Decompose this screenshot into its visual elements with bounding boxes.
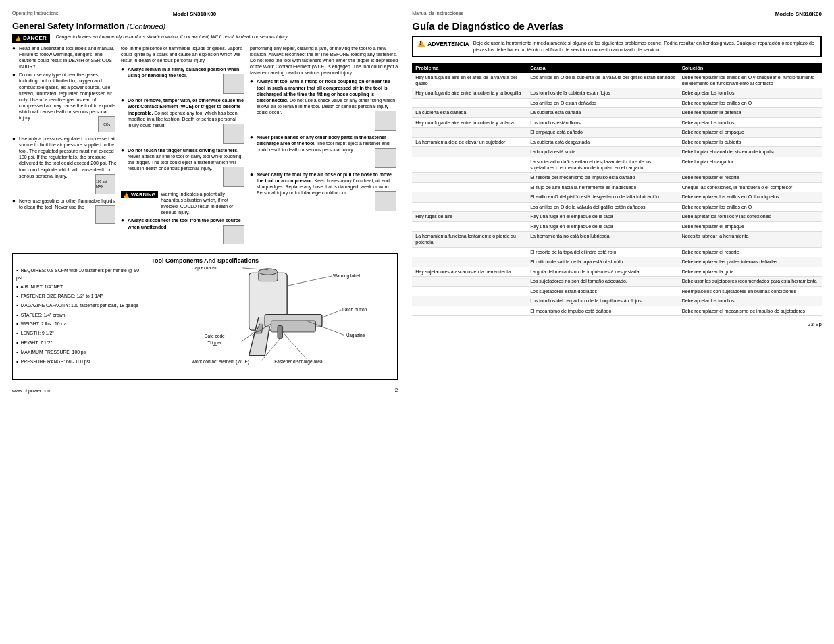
cause-cell: Hay una fuga en el empaque de la tapa [527, 212, 679, 221]
table-row: Los tornillos del cargador o de la boqui… [412, 296, 822, 306]
svg-line-12 [283, 331, 307, 358]
danger-label: ! DANGER [12, 34, 50, 43]
solution-cell: Debe apretar los tornillos y las conexio… [679, 212, 822, 221]
solution-cell: Debe reemplazar el mecanismo de impulso … [679, 306, 822, 315]
bullet-item: ● Read and understand tool labels and ma… [12, 45, 117, 70]
table-row: Hay una fuga de aire entre la cubierta y… [412, 117, 822, 127]
table-row: El orificio de salida de la tapa está ob… [412, 257, 822, 267]
warning-label-text: Warning label [333, 273, 361, 279]
warning-label: ! WARNING [121, 191, 158, 198]
col-solucion: Solución [679, 63, 822, 73]
bullet-item: ● Always remain in a firmly balanced pos… [121, 66, 246, 95]
header-row: Problema Causa Solución [412, 63, 822, 73]
right-header-label: Manual de Instrucciones [412, 11, 463, 17]
continued-label: (Continued) [127, 22, 165, 30]
table-row: Hay una fuga de aire en el área de la vá… [412, 73, 822, 88]
table-row: Hay fugas de aireHay una fuga en el empa… [412, 212, 822, 221]
cause-cell: El anillo en O del pistón está desgastad… [527, 192, 679, 202]
cause-cell: Los tornillos de la cubierta están flojo… [527, 88, 679, 98]
section-title: General Safety Information (Continued) [12, 21, 398, 31]
cause-cell: El resorte de la tapa del cilindro está … [527, 247, 679, 257]
col2-b3-bold: Do not touch the trigger unless driving … [128, 148, 238, 153]
bullet-item: ● Always fit tool with a fitting or hose… [250, 78, 398, 132]
tool-svg: Cap exhaust Warning label Latch button D… [149, 267, 394, 375]
cause-cell: La suciedad o daños evitan el desplazami… [527, 157, 679, 173]
warning-block: ! WARNING Warning indicates a potentiall… [121, 191, 246, 215]
solution-cell: Debe reemplazar la cubierta [679, 137, 822, 146]
left-page-header: Operating Instructions Model SN318K00 [12, 11, 398, 17]
cause-cell: El flujo de aire hacia la herramienta es… [527, 182, 679, 192]
solution-cell: Debe limpiar el canal del sistema de imp… [679, 147, 822, 157]
spec-pressure-range: • PRESSURE RANGE: 60 - 100 psi [16, 358, 145, 367]
table-row: La herramienta deja de clavar un sujetad… [412, 137, 822, 146]
table-body: Hay una fuga de aire en el área de la vá… [412, 73, 822, 316]
warning-text: Warning indicates a potentially hazardou… [161, 191, 246, 215]
left-operating-instructions: Operating Instructions [12, 11, 58, 16]
balanced-position-icon [223, 74, 244, 94]
col2-intro: tool in the presence of flammable liquid… [121, 45, 246, 63]
fastener-discharge-label: Fastener discharge area [274, 359, 323, 365]
cause-cell: La herramienta no está bien lubricada [527, 232, 679, 248]
cause-cell: La boquilla está sucia [527, 147, 679, 157]
solution-cell: Debe reemplazar el empaque [679, 128, 822, 137]
cause-cell: El empaque está dañado [527, 128, 679, 137]
bullet-item: ● Do not touch the trigger unless drivin… [121, 147, 246, 188]
solution-cell: Debe apretar los tornillos [679, 296, 822, 306]
tool-specs-box: Tool Components And Specifications • REQ… [12, 253, 398, 380]
spec-air-inlet: • AIR INLET: 1/4" NPT [16, 283, 145, 292]
cause-cell: La cubierta está desgastada [527, 137, 679, 146]
table-header: Problema Causa Solución [412, 63, 822, 73]
specs-content: • REQUIRES: 0.8 SCFM with 10 fasteners p… [16, 267, 394, 376]
date-code-label: Date code [205, 333, 225, 338]
solution-cell: Debe reemplazar el resorte [679, 247, 822, 257]
table-row: La herramienta funciona lentamente o pie… [412, 232, 822, 248]
fitting-icon [375, 111, 396, 131]
solution-cell: Debe reemplazar los anillos en O. Lubríq… [679, 192, 822, 202]
advertencia-label: ! ADVERTENCIA [417, 40, 469, 47]
main-content: ● Read and understand tool labels and ma… [12, 45, 398, 248]
table-row: Los sujetadores están dobladosReemplácel… [412, 286, 822, 296]
problem-cell [412, 257, 527, 267]
spec-weight: • WEIGHT: 2 lbs., 10 oz. [16, 320, 145, 329]
bullet-item: ● Never use gasoline or other flammable … [12, 198, 117, 225]
table-row: El mecanismo de impulso está dañadoDebe … [412, 306, 822, 315]
problem-cell [412, 157, 527, 173]
advertencia-box: ! ADVERTENCIA Deje de usar la herramient… [412, 36, 822, 57]
problem-cell: Hay una fuga de aire en el área de la vá… [412, 73, 527, 88]
right-page-header: Manual de Instrucciones Modelo SN318K00 [412, 11, 822, 17]
spec-fastener: • FASTENER SIZE RANGE: 1/2" to 1 1/4" [16, 292, 145, 301]
svg-line-8 [322, 310, 341, 317]
problem-cell: La herramienta funciona lentamente o pie… [412, 232, 527, 248]
solution-cell: Debe reemplazar la defensa [679, 108, 822, 117]
trigger-icon [223, 167, 244, 187]
col-problema: Problema [412, 63, 527, 73]
guia-title: Guía de Diagnóstico de Averías [412, 20, 822, 32]
table-row: La boquilla está suciaDebe limpiar el ca… [412, 147, 822, 157]
col1: ● Read and understand tool labels and ma… [12, 45, 117, 248]
disconnect-icon [223, 225, 244, 244]
danger-block: ! DANGER Danger indicates an imminently … [12, 34, 398, 43]
specs-title: Tool Components And Specifications [16, 257, 394, 264]
table-row: Hay sujetadores atascados en la herramie… [412, 267, 822, 276]
cause-cell: El resorte del mecanismo de impulso está… [527, 173, 679, 182]
cause-cell: Los anillos en O están dañados [527, 98, 679, 107]
solution-cell: Debe reemplazar el resorte [679, 173, 822, 182]
spec-staples: • STAPLES: 1/4" crown [16, 311, 145, 320]
table-row: El resorte del mecanismo de impulso está… [412, 173, 822, 182]
problem-cell [412, 192, 527, 202]
problem-cell: Hay una fuga de aire entre la cubierta y… [412, 88, 527, 98]
problem-cell: Hay sujetadores atascados en la herramie… [412, 267, 527, 276]
trigger-label: Trigger [207, 340, 221, 345]
table-row: El empaque está dañadoDebe reemplazar el… [412, 128, 822, 137]
table-row: Los anillos en O de la válvula del gatil… [412, 202, 822, 211]
spec-height: • HEIGHT: 7 1/2" [16, 339, 145, 348]
tool-diagram: Cap exhaust Warning label Latch button D… [149, 267, 394, 376]
left-page-number: 2 [395, 387, 398, 393]
solution-cell: Reemplácelos con sujetadores en buenas c… [679, 286, 822, 296]
svg-line-7 [287, 276, 332, 286]
diagnostico-table: Problema Causa Solución Hay una fuga de … [412, 63, 822, 316]
bullet-item: ● Never place hands or any other body pa… [250, 134, 398, 169]
website-label: www.chpower.com [12, 388, 51, 393]
right-page-number: 23 Sp [808, 321, 822, 327]
solution-cell: Debe reemplazar los anillos en O [679, 98, 822, 107]
